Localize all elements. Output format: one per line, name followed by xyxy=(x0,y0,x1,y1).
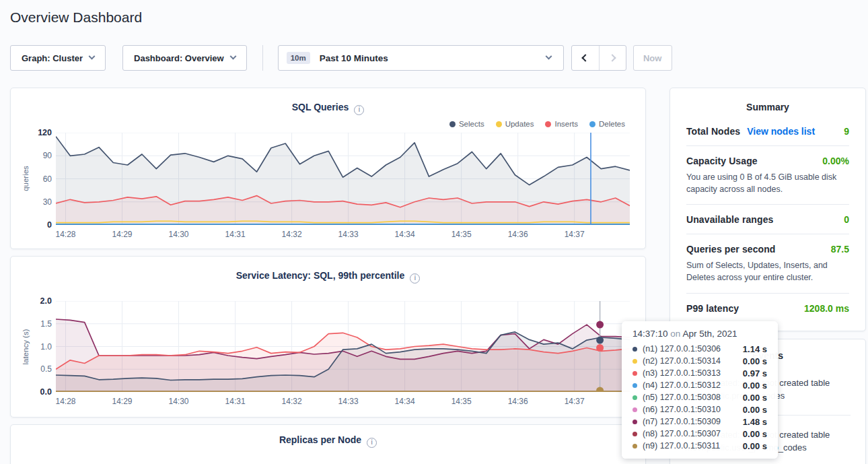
tooltip-node-row: (n3) 127.0.0.1:503130.97 s xyxy=(632,367,767,379)
chevron-left-icon xyxy=(581,54,589,61)
legend-item-updates[interactable]: Updates xyxy=(496,120,534,128)
series-dot-icon xyxy=(632,383,637,388)
summary-title: Summary xyxy=(670,88,865,117)
y-axis-tick: 0 xyxy=(21,220,52,230)
dashboard-dropdown-label: Dashboard: Overview xyxy=(134,53,224,63)
chevron-down-icon xyxy=(89,53,96,59)
time-prev-button[interactable] xyxy=(572,46,599,70)
summary-label: P99 latency xyxy=(686,303,739,314)
legend-dot-icon xyxy=(449,121,456,127)
summary-description: You are using 0 B of 4.5 GiB usable disk… xyxy=(686,171,849,195)
sql-queries-chart-card: SQL Queriesi SelectsUpdatesInsertsDelete… xyxy=(10,88,646,249)
x-axis-tick: 14:37 xyxy=(560,397,589,406)
y-axis-tick: 0.0 xyxy=(21,387,52,397)
summary-label: Total Nodes xyxy=(686,126,740,137)
x-axis-tick: 14:37 xyxy=(560,230,589,239)
series-dot-icon xyxy=(632,371,637,376)
summary-label: Queries per second xyxy=(686,244,776,255)
x-axis-tick: 14:32 xyxy=(277,397,307,406)
summary-value: 1208.0 ms xyxy=(804,303,849,314)
x-axis-tick: 14:32 xyxy=(277,230,307,239)
summary-panel: Summary Total Nodes View nodes list 9 Ca… xyxy=(670,88,866,331)
summary-capacity-usage: Capacity Usage 0.00% You are using 0 B o… xyxy=(686,146,849,205)
chevron-right-icon xyxy=(609,54,616,61)
summary-label: Capacity Usage xyxy=(686,156,758,166)
graph-dropdown[interactable]: Graph: Cluster xyxy=(10,45,106,71)
time-nav-group xyxy=(571,45,626,71)
legend-item-deletes[interactable]: Deletes xyxy=(589,120,625,128)
y-axis-tick: 90 xyxy=(21,151,52,160)
x-axis-tick: 14:33 xyxy=(334,397,363,406)
y-axis-tick: 0.5 xyxy=(21,364,52,374)
y-axis-tick: 2.0 xyxy=(21,296,52,306)
legend-dot-icon xyxy=(545,121,551,127)
chart-title: Service Latency: SQL, 99th percentile xyxy=(236,270,405,281)
series-dot-icon xyxy=(632,359,637,364)
dashboard-dropdown[interactable]: Dashboard: Overview xyxy=(122,45,247,71)
series-dot-icon xyxy=(632,407,637,412)
service-latency-chart-card: Service Latency: SQL, 99th percentilei l… xyxy=(10,256,646,418)
plot-area[interactable] xyxy=(56,301,630,395)
series-dot-icon xyxy=(632,432,637,436)
y-axis-tick: 30 xyxy=(21,197,52,207)
summary-value: 87.5 xyxy=(831,244,849,255)
time-range-picker[interactable]: 10m Past 10 Minutes xyxy=(278,45,564,71)
x-axis-tick: 14:34 xyxy=(390,397,420,406)
y-axis-tick: 1.5 xyxy=(21,319,52,329)
info-icon[interactable]: i xyxy=(354,105,364,115)
time-next-button-disabled[interactable] xyxy=(599,46,626,70)
summary-p99-latency: P99 latency 1208.0 ms xyxy=(686,294,849,323)
summary-queries-per-second: Queries per second 87.5 Sum of Selects, … xyxy=(686,234,849,293)
x-axis-tick: 14:35 xyxy=(447,230,476,239)
chart-title: Replicas per Node xyxy=(279,434,361,445)
x-axis-tick: 14:35 xyxy=(447,397,476,406)
summary-description: Sum of Selects, Updates, Inserts, and De… xyxy=(686,259,849,284)
time-range-label: Past 10 Minutes xyxy=(320,53,388,63)
view-nodes-list-link[interactable]: View nodes list xyxy=(747,126,815,137)
x-axis-tick: 14:33 xyxy=(334,230,363,239)
time-range-badge: 10m xyxy=(287,52,310,64)
y-axis-tick: 1.0 xyxy=(21,342,52,352)
x-axis-tick: 14:30 xyxy=(164,397,194,406)
series-dot-icon xyxy=(632,444,637,449)
legend-item-selects[interactable]: Selects xyxy=(449,120,484,128)
tooltip-node-row: (n5) 127.0.0.1:503080.00 s xyxy=(632,391,767,403)
replicas-per-node-chart-card: Replicas per Nodei xyxy=(10,424,646,464)
tooltip-node-row: (n4) 127.0.0.1:503120.00 s xyxy=(632,379,767,391)
tooltip-node-row: (n1) 127.0.0.1:503061.14 s xyxy=(632,343,767,355)
summary-total-nodes: Total Nodes View nodes list 9 xyxy=(686,117,849,146)
tooltip-node-row: (n8) 127.0.0.1:503070.00 s xyxy=(632,428,767,440)
now-button[interactable]: Now xyxy=(633,45,672,71)
x-axis-tick: 14:31 xyxy=(221,230,250,239)
series-dot-icon xyxy=(632,395,637,400)
chart-title-row: Service Latency: SQL, 99th percentilei xyxy=(11,270,645,284)
x-axis-tick: 14:30 xyxy=(164,230,194,239)
legend-dot-icon xyxy=(589,121,595,127)
tooltip-node-row: (n7) 127.0.0.1:503091.48 s xyxy=(632,416,767,428)
x-axis-tick: 14:36 xyxy=(503,230,533,239)
x-axis-tick: 14:34 xyxy=(390,230,420,239)
x-axis-tick: 14:29 xyxy=(108,230,137,239)
plot-area[interactable] xyxy=(56,133,630,228)
legend-item-inserts[interactable]: Inserts xyxy=(545,120,578,128)
info-icon[interactable]: i xyxy=(367,438,377,448)
chart-title-row: SQL Queriesi xyxy=(11,102,645,115)
summary-label: Unavailable ranges xyxy=(686,214,773,225)
chart-hover-tooltip: 14:37:10 on Apr 5th, 2021 (n1) 127.0.0.1… xyxy=(622,321,778,459)
series-dot-icon xyxy=(632,420,637,424)
x-axis-tick: 14:31 xyxy=(221,397,250,406)
info-icon[interactable]: i xyxy=(410,273,420,284)
series-dot-icon xyxy=(632,347,637,352)
x-axis-tick: 14:28 xyxy=(51,230,81,239)
divider xyxy=(262,45,263,71)
x-axis-tick: 14:28 xyxy=(51,397,81,406)
tooltip-rows: (n1) 127.0.0.1:503061.14 s(n2) 127.0.0.1… xyxy=(632,343,767,452)
graph-dropdown-label: Graph: Cluster xyxy=(22,53,83,63)
controls-row: Graph: Cluster Dashboard: Overview 10m P… xyxy=(10,45,672,71)
summary-unavailable-ranges: Unavailable ranges 0 xyxy=(686,205,849,234)
chart-title: SQL Queries xyxy=(292,102,349,112)
tooltip-node-row: (n6) 127.0.0.1:503100.00 s xyxy=(632,403,767,416)
y-axis-tick: 60 xyxy=(21,174,52,184)
chart-legend: SelectsUpdatesInsertsDeletes xyxy=(449,120,625,128)
summary-value: 9 xyxy=(844,126,849,137)
